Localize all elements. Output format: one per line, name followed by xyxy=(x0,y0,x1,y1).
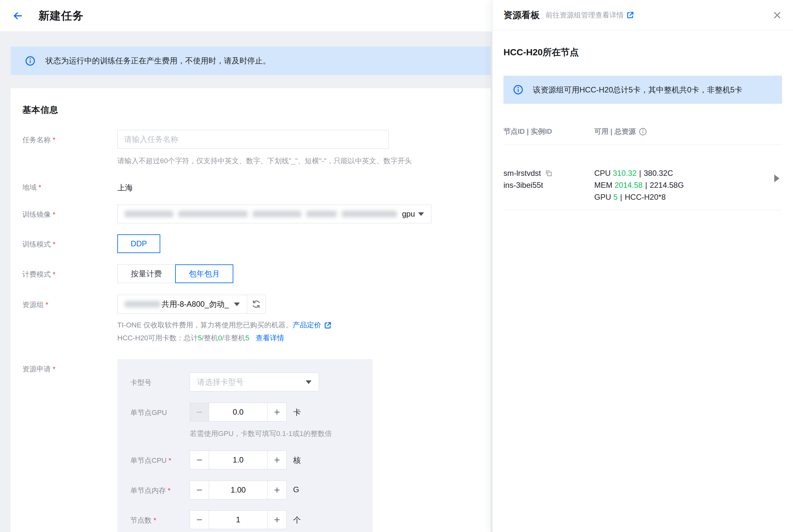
cpu-minus-button[interactable]: − xyxy=(190,451,209,469)
gpu-stepper: − + xyxy=(190,403,287,421)
required-mark: * xyxy=(45,301,49,309)
app-root: 新建任务 状态为运行中的训练任务正在产生费用，不使用时，请及时停止。 基本信息 … xyxy=(0,0,793,532)
form-row-task-name: 任务名称* 请输入不超过60个字符，仅支持中英文、数字、下划线"_"、短横"-"… xyxy=(22,130,478,166)
cards-total: 5 xyxy=(198,334,202,342)
training-image-visible-text: gpu xyxy=(402,209,415,218)
form-row-resource-request: 资源申请* 卡型号 请选择卡型号 单节点GPU xyxy=(22,359,478,532)
info-circle-icon xyxy=(513,85,523,95)
memory-value-input[interactable] xyxy=(209,481,267,499)
inner-row-nodes: 节点数* − + 个 xyxy=(130,510,372,529)
nodes-stepper: − + xyxy=(190,510,287,529)
close-icon xyxy=(772,10,782,20)
resource-dashboard-drawer: 资源看板 前往资源组管理查看详情 HCC-H20所在节点 该资源组可用HCC-H… xyxy=(492,0,793,532)
gpu-hint: 若需使用GPU，卡数可填写0.1-1或1的整数倍 xyxy=(190,429,332,439)
refresh-button[interactable] xyxy=(247,295,266,314)
memory-minus-button[interactable]: − xyxy=(190,481,209,499)
redacted-text xyxy=(253,211,301,217)
required-mark: * xyxy=(38,183,41,191)
inner-row-gpu: 单节点GPU − + 卡 xyxy=(130,403,372,439)
instance-id: ins-3ibei55t xyxy=(503,179,594,191)
inner-row-cpu: 单节点CPU* − + 核 xyxy=(130,451,372,469)
chevron-down-icon xyxy=(306,380,311,384)
gpu-value-input[interactable] xyxy=(209,403,267,421)
gpu-resource-line: GPU 5|HCC-H20*8 xyxy=(594,191,782,203)
nodes-unit: 个 xyxy=(293,510,301,529)
mem-available: 2014.58 xyxy=(615,181,643,189)
billing-prepaid-button[interactable]: 包年包月 xyxy=(175,264,233,283)
training-image-label: 训练镜像* xyxy=(22,205,117,223)
region-label: 地域* xyxy=(22,182,117,193)
drawer-body: HCC-H20所在节点 该资源组可用HCC-H20总计5卡，其中整机共0卡，非整… xyxy=(492,46,793,210)
copy-button[interactable] xyxy=(545,169,553,177)
pricing-link[interactable]: 产品定价 xyxy=(293,320,321,330)
external-link-icon[interactable] xyxy=(626,11,634,19)
cpu-total: 380.32C xyxy=(644,169,673,177)
required-mark: * xyxy=(53,136,56,144)
redacted-text xyxy=(306,211,337,217)
ddp-mode-button[interactable]: DDP xyxy=(117,234,160,253)
external-link-icon[interactable] xyxy=(324,321,332,329)
basic-info-card: 基本信息 任务名称* 请输入不超过60个字符，仅支持中英文、数字、下划线"_"、… xyxy=(11,88,490,532)
required-mark: * xyxy=(53,365,56,373)
resource-request-label: 资源申请* xyxy=(22,359,117,532)
gpu-unit: 卡 xyxy=(293,403,301,421)
gpu-label: 单节点GPU xyxy=(130,403,190,439)
cpu-unit: 核 xyxy=(293,451,301,469)
inner-row-card-type: 卡型号 请选择卡型号 xyxy=(130,373,372,392)
section-title-basic-info: 基本信息 xyxy=(22,104,478,116)
form-row-region: 地域* 上海 xyxy=(22,182,478,193)
required-mark: * xyxy=(53,210,56,218)
info-circle-icon[interactable] xyxy=(639,128,647,136)
task-name-hint: 请输入不超过60个字符，仅支持中英文、数字、下划线"_"、短横"-"，只能以中英… xyxy=(117,156,412,166)
cards-whole: 0 xyxy=(218,334,222,342)
panel-notice-banner: 该资源组可用HCC-H20总计5卡，其中整机共0卡，非整机5卡 xyxy=(503,76,782,104)
main-body: 状态为运行中的训练任务正在产生费用，不使用时，请及时停止。 基本信息 任务名称*… xyxy=(0,31,492,532)
resource-group-select-row: 共用-8-A800_勿动_ xyxy=(117,295,332,314)
cards-partial: 5 xyxy=(245,334,249,342)
cpu-plus-button[interactable]: + xyxy=(267,451,286,469)
nodes-value-input[interactable] xyxy=(209,511,267,529)
training-image-select[interactable]: gpu xyxy=(117,205,431,223)
redacted-text xyxy=(178,211,248,217)
form-row-billing-mode: 计费模式* 按量计费 包年包月 xyxy=(22,264,478,283)
chevron-right-icon[interactable] xyxy=(774,174,779,182)
gpu-minus-button[interactable]: − xyxy=(190,403,209,421)
task-form: 任务名称* 请输入不超过60个字符，仅支持中英文、数字、下划线"_"、短横"-"… xyxy=(22,130,478,532)
redacted-text xyxy=(125,211,173,217)
memory-plus-button[interactable]: + xyxy=(267,481,286,499)
arrow-left-icon xyxy=(11,10,24,21)
cards-note: HCC-H20可用卡数：总计5/整机0/非整机5 查看详情 xyxy=(117,333,332,343)
form-row-resource-group: 资源组* 共用-8-A800_勿动_ xyxy=(22,295,478,343)
billing-mode-label: 计费模式* xyxy=(22,264,117,283)
back-button[interactable] xyxy=(11,9,25,23)
required-mark: * xyxy=(53,270,56,278)
drawer-subtitle[interactable]: 前往资源组管理查看详情 xyxy=(545,10,624,20)
required-mark: * xyxy=(154,516,156,524)
nodes-minus-button[interactable]: − xyxy=(190,511,209,529)
resource-request-box: 卡型号 请选择卡型号 单节点GPU xyxy=(117,359,372,532)
card-type-select[interactable]: 请选择卡型号 xyxy=(190,373,319,392)
top-bar: 新建任务 xyxy=(0,0,492,31)
gpu-stepper-wrap: − + 卡 若需使用GPU，卡数可填写0.1-1或1的整数倍 xyxy=(190,403,332,439)
view-details-link[interactable]: 查看详情 xyxy=(256,333,284,343)
table-header-row: 节点ID | 实例ID 可用 | 总资源 xyxy=(503,127,782,145)
mem-total: 2214.58G xyxy=(650,181,684,189)
nodes-plus-button[interactable]: + xyxy=(267,511,286,529)
gpu-plus-button[interactable]: + xyxy=(267,403,286,421)
billing-payg-button[interactable]: 按量计费 xyxy=(117,264,175,283)
close-button[interactable] xyxy=(772,10,782,20)
task-name-field-wrap: 请输入不超过60个字符，仅支持中英文、数字、下划线"_"、短横"-"，只能以中英… xyxy=(117,130,412,166)
redacted-text xyxy=(342,211,397,217)
task-name-label: 任务名称* xyxy=(22,130,117,166)
cpu-label: 单节点CPU* xyxy=(130,451,190,469)
mem-resource-line: MEM 2014.58|2214.58G xyxy=(594,179,782,191)
notice-text: 状态为运行中的训练任务正在产生费用，不使用时，请及时停止。 xyxy=(45,56,270,66)
resource-group-select[interactable]: 共用-8-A800_勿动_ xyxy=(117,295,247,314)
resource-group-visible-text: 共用-8-A800_勿动_ xyxy=(161,299,229,309)
table-row[interactable]: sm-lrstvdst ins-3ibei55t CPU 310.32|380.… xyxy=(503,145,782,210)
training-mode-label: 训练模式* xyxy=(22,234,117,253)
memory-label: 单节点内存* xyxy=(130,481,190,499)
cpu-value-input[interactable] xyxy=(209,451,267,469)
node-cell: sm-lrstvdst ins-3ibei55t xyxy=(503,167,594,210)
task-name-input[interactable] xyxy=(117,130,389,149)
